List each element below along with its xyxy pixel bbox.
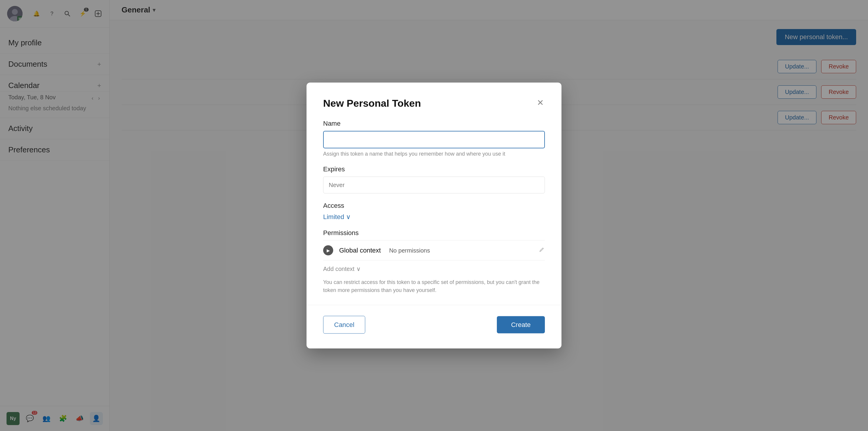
access-dropdown-button[interactable]: Limited ∨: [323, 213, 351, 221]
no-permissions-label: No permissions: [389, 247, 430, 254]
permissions-label: Permissions: [323, 229, 545, 237]
play-icon: ▶: [327, 248, 330, 253]
permissions-note: You can restrict access for this token t…: [323, 278, 545, 294]
context-name: Global context: [339, 247, 381, 254]
access-value: Limited: [323, 213, 344, 221]
name-hint: Assign this token a name that helps you …: [323, 151, 545, 157]
expires-field-group: Expires: [323, 165, 545, 193]
access-chevron-icon: ∨: [346, 213, 351, 221]
add-context-button[interactable]: Add context ∨: [323, 265, 361, 272]
name-label: Name: [323, 120, 545, 127]
modal-header: New Personal Token ✕: [323, 97, 545, 109]
expires-label: Expires: [323, 165, 545, 173]
modal-close-button[interactable]: ✕: [536, 97, 545, 108]
access-field-group: Access Limited ∨: [323, 202, 545, 221]
modal-title: New Personal Token: [323, 97, 421, 109]
modal-footer: Cancel Create: [323, 316, 545, 334]
add-context-chevron-icon: ∨: [356, 265, 361, 272]
name-field-group: Name Assign this token a name that helps…: [323, 120, 545, 157]
name-input[interactable]: [323, 131, 545, 149]
modal-divider: [307, 305, 561, 305]
context-icon: ▶: [323, 245, 333, 255]
new-personal-token-modal: New Personal Token ✕ Name Assign this to…: [307, 83, 561, 348]
permissions-row: ▶ Global context No permissions: [323, 240, 545, 260]
permissions-field-group: Permissions ▶ Global context No permissi…: [323, 229, 545, 294]
expires-input[interactable]: [323, 177, 545, 193]
edit-permissions-button[interactable]: [539, 247, 545, 254]
add-context-label: Add context: [323, 265, 354, 272]
access-label: Access: [323, 202, 545, 210]
cancel-button[interactable]: Cancel: [323, 316, 365, 334]
create-button[interactable]: Create: [497, 316, 545, 334]
